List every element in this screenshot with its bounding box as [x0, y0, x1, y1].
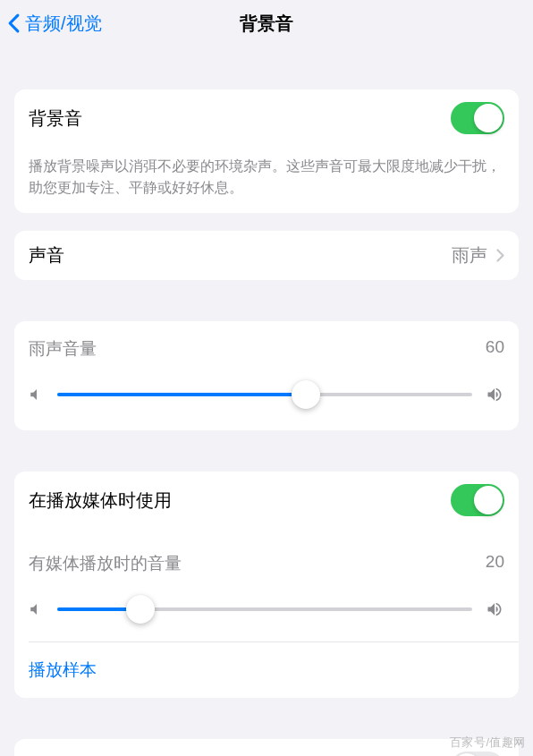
- media-volume-slider[interactable]: [57, 595, 472, 624]
- volume-low-icon: [29, 386, 45, 403]
- lock-stop-row: 锁定时停止声音: [14, 739, 519, 756]
- back-button[interactable]: 音频/视觉: [0, 12, 102, 36]
- play-sample-button[interactable]: 播放样本: [14, 642, 519, 698]
- rain-volume-label: 雨声音量: [29, 337, 97, 361]
- media-volume-value: 20: [486, 552, 504, 575]
- navigation-bar: 音频/视觉 背景音: [0, 0, 533, 47]
- chevron-left-icon: [7, 13, 21, 33]
- toggle-knob: [474, 104, 503, 132]
- chevron-right-icon: [496, 249, 504, 262]
- background-sound-row: 背景音: [14, 89, 519, 147]
- sound-label: 声音: [29, 243, 64, 268]
- background-sound-group: 背景音 播放背景噪声以消弭不必要的环境杂声。这些声音可最大限度地减少干扰，助您更…: [14, 89, 519, 213]
- rain-volume-section: 雨声音量 60: [14, 321, 519, 430]
- volume-low-icon: [29, 601, 45, 617]
- sound-row[interactable]: 声音 雨声: [14, 231, 519, 280]
- use-with-media-row: 在播放媒体时使用: [14, 471, 519, 529]
- use-with-media-toggle[interactable]: [451, 484, 504, 516]
- media-volume-header: 有媒体播放时的音量 20: [29, 552, 504, 575]
- media-volume-section: 有媒体播放时的音量 20: [14, 529, 519, 641]
- volume-high-icon: [485, 386, 504, 403]
- rain-volume-value: 60: [486, 337, 504, 361]
- background-sound-label: 背景音: [29, 106, 82, 131]
- sound-value: 雨声: [452, 243, 487, 268]
- rain-volume-slider[interactable]: [57, 380, 472, 409]
- lock-stop-group: 锁定时停止声音: [14, 739, 519, 756]
- rain-volume-header: 雨声音量 60: [29, 337, 504, 361]
- back-label: 音频/视觉: [25, 12, 102, 36]
- toggle-knob: [474, 486, 503, 514]
- media-volume-slider-row: [29, 595, 504, 624]
- slider-thumb[interactable]: [292, 380, 320, 409]
- rain-volume-group: 雨声音量 60: [14, 321, 519, 430]
- use-with-media-label: 在播放媒体时使用: [29, 488, 172, 513]
- media-volume-label: 有媒体播放时的音量: [29, 552, 182, 575]
- rain-volume-slider-row: [29, 380, 504, 409]
- sound-value-container: 雨声: [452, 243, 504, 268]
- media-playback-group: 在播放媒体时使用 有媒体播放时的音量 20: [14, 471, 519, 698]
- lock-stop-toggle[interactable]: [451, 752, 504, 756]
- slider-thumb[interactable]: [126, 595, 155, 624]
- background-sound-toggle[interactable]: [451, 102, 504, 134]
- sound-selection-group: 声音 雨声: [14, 231, 519, 280]
- watermark: 百家号/值趣网: [450, 735, 526, 751]
- background-sound-description: 播放背景噪声以消弭不必要的环境杂声。这些声音可最大限度地减少干扰，助您更加专注、…: [14, 147, 519, 213]
- volume-high-icon: [485, 600, 504, 618]
